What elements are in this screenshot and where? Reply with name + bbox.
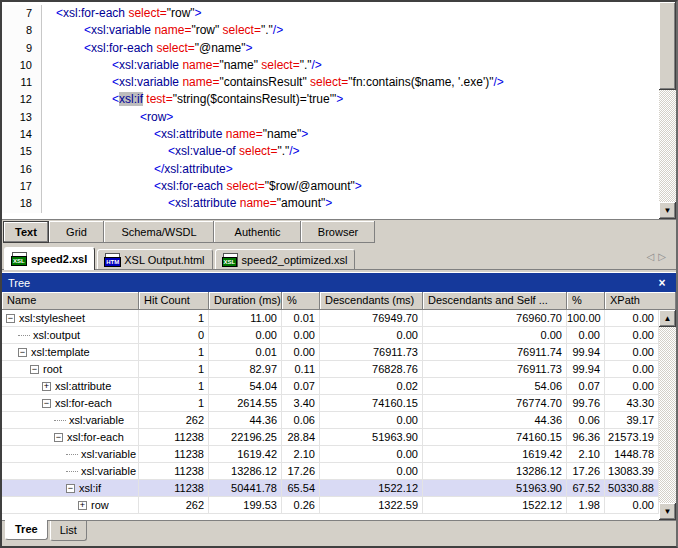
tree-name-cell: −xsl:stylesheet: [2, 310, 139, 326]
editor-vertical-scrollbar[interactable]: ▼: [659, 2, 676, 219]
collapse-icon[interactable]: −: [30, 365, 39, 374]
value-cell: 0.00: [209, 327, 282, 343]
result-tab-list[interactable]: List: [50, 521, 87, 541]
tab-scroll-left-icon[interactable]: ◁: [647, 251, 659, 262]
value-cell: 28.84: [282, 429, 320, 445]
table-row[interactable]: xsl:variable26244.360.060.0044.360.0639.…: [2, 412, 659, 429]
table-row[interactable]: −xsl:for-each1123822196.2528.8451963.907…: [2, 429, 659, 446]
node-name: root: [43, 361, 62, 377]
table-body: −xsl:stylesheet111.000.0176949.7076960.7…: [2, 310, 676, 520]
column-header-descendants-and-self[interactable]: Descendants and Self ...: [423, 292, 567, 310]
table-row[interactable]: −xsl:template10.010.0076911.7376911.7499…: [2, 344, 659, 361]
profiler-panel: Tree × NameHit CountDuration (ms)%Descen…: [2, 272, 676, 520]
value-cell: 0.02: [320, 378, 423, 394]
file-type-badge: XSL: [222, 257, 238, 267]
file-tab-label: XSL Output.html: [124, 254, 204, 266]
collapse-icon[interactable]: −: [6, 314, 15, 323]
table-row[interactable]: +row262199.530.261322.591522.121.980.00: [2, 497, 659, 514]
table-row[interactable]: −xsl:for-each12614.553.4074160.1576774.7…: [2, 395, 659, 412]
value-cell: 1522.12: [423, 497, 567, 513]
table-row[interactable]: xsl:variable1123813286.1217.260.0013286.…: [2, 463, 659, 480]
scrollbar-thumb[interactable]: [659, 2, 676, 90]
value-cell: 96.36: [567, 429, 605, 445]
file-tabs-bar: XSLspeed2.xslHTMXSL Output.htmlXSLspeed2…: [2, 243, 676, 270]
value-cell: 0.00: [605, 497, 659, 513]
view-tab-text[interactable]: Text: [3, 221, 49, 243]
value-cell: 13286.12: [423, 463, 567, 479]
value-cell: 99.94: [567, 361, 605, 377]
code-line: 12<xsl:if test="string($containsResult)=…: [2, 91, 659, 108]
table-row[interactable]: −root182.970.1176828.7676911.7399.940.00: [2, 361, 659, 378]
value-cell: 0.00: [320, 446, 423, 462]
view-tab-grid[interactable]: Grid: [49, 221, 104, 243]
column-header-hit-count[interactable]: Hit Count: [139, 292, 209, 310]
code-line: 14<xsl:attribute name="name">: [2, 126, 659, 143]
value-cell: 44.36: [423, 412, 567, 428]
scroll-down-button[interactable]: ▼: [659, 503, 676, 520]
tab-scroll-arrows[interactable]: ◁▷: [647, 251, 670, 262]
line-number: 14: [2, 126, 42, 143]
table-row[interactable]: xsl:variable112381619.422.100.001619.422…: [2, 446, 659, 463]
tree-name-cell: xsl:variable: [2, 463, 139, 479]
code-text: <xsl:if test="string($containsResult)='t…: [42, 91, 343, 108]
collapse-icon[interactable]: −: [66, 484, 75, 493]
scroll-down-button[interactable]: ▼: [659, 202, 676, 219]
value-cell: 76960.70: [423, 310, 567, 326]
scrollbar-track[interactable]: [659, 327, 676, 503]
column-header-[interactable]: %: [282, 292, 320, 310]
line-number: 13: [2, 109, 42, 126]
expand-icon[interactable]: +: [78, 501, 87, 510]
column-header-[interactable]: %: [567, 292, 605, 310]
value-cell: 0.01: [282, 310, 320, 326]
view-tab-browser[interactable]: Browser: [301, 221, 375, 243]
close-icon[interactable]: ×: [654, 276, 670, 290]
table-row[interactable]: xsl:output00.000.000.000.000.000.00: [2, 327, 659, 344]
file-tab-speed2-optimized-xsl[interactable]: XSLspeed2_optimized.xsl: [215, 249, 356, 269]
value-cell: 1: [139, 310, 209, 326]
highlighted-token: xsl:if: [119, 92, 143, 106]
line-number: 7: [2, 5, 42, 22]
value-cell: 99.76: [567, 395, 605, 411]
line-number: 11: [2, 74, 42, 91]
table-row[interactable]: −xsl:if1123850441.7865.541522.1251963.90…: [2, 480, 659, 497]
code-editor[interactable]: 7<xsl:for-each select="row">8<xsl:variab…: [2, 2, 676, 220]
code-text: <xsl:variable name="name" select="."/>: [42, 57, 322, 74]
table-row[interactable]: −xsl:stylesheet111.000.0176949.7076960.7…: [2, 310, 659, 327]
column-header-name[interactable]: Name: [2, 292, 139, 310]
value-cell: 65.54: [282, 480, 320, 496]
node-name: xsl:stylesheet: [19, 310, 85, 326]
table-row[interactable]: +xsl:attribute154.040.070.0254.060.070.0…: [2, 378, 659, 395]
file-type-badge: HTM: [104, 257, 121, 267]
value-cell: 0.00: [282, 327, 320, 343]
scroll-up-button[interactable]: ▲: [659, 310, 676, 327]
view-tab-schema-wsdl[interactable]: Schema/WSDL: [104, 221, 214, 243]
code-text: </xsl:attribute>: [42, 161, 233, 178]
column-header-descendants-ms[interactable]: Descendants (ms): [320, 292, 423, 310]
collapse-icon[interactable]: −: [18, 348, 27, 357]
arrow-down-icon: ▼: [664, 507, 672, 516]
file-tab-speed2-xsl[interactable]: XSLspeed2.xsl: [4, 247, 95, 270]
collapse-icon[interactable]: −: [42, 399, 51, 408]
value-cell: 0.00: [605, 378, 659, 394]
tree-name-cell: +xsl:attribute: [2, 378, 139, 394]
value-cell: 76774.70: [423, 395, 567, 411]
table-vertical-scrollbar[interactable]: ▲ ▼: [659, 310, 676, 520]
value-cell: 0.06: [282, 412, 320, 428]
value-cell: 74160.15: [423, 429, 567, 445]
collapse-icon[interactable]: −: [54, 433, 63, 442]
value-cell: 11238: [139, 480, 209, 496]
tab-scroll-right-icon[interactable]: ▷: [658, 251, 670, 262]
expand-icon[interactable]: +: [42, 382, 51, 391]
column-header-xpath[interactable]: XPath: [605, 292, 676, 310]
value-cell: 54.04: [209, 378, 282, 394]
file-tab-xsl-output-html[interactable]: HTMXSL Output.html: [97, 249, 212, 269]
value-cell: 54.06: [423, 378, 567, 394]
value-cell: 11238: [139, 463, 209, 479]
column-header-duration-ms[interactable]: Duration (ms): [209, 292, 282, 310]
result-tab-tree[interactable]: Tree: [5, 520, 48, 540]
view-tab-authentic[interactable]: Authentic: [214, 221, 301, 243]
scrollbar-track[interactable]: [659, 90, 676, 202]
value-cell: 50330.88: [605, 480, 659, 496]
code-text: <xsl:for-each select="@name">: [42, 40, 252, 57]
value-cell: 99.94: [567, 344, 605, 360]
